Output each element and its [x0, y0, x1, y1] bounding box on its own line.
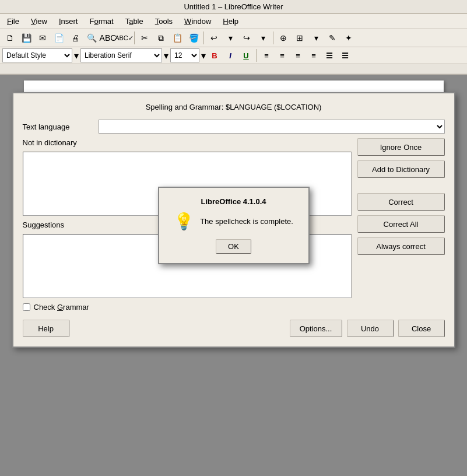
title-text: Untitled 1 – LibreOffice Writer [184, 2, 283, 11]
add-to-dictionary-button[interactable]: Add to Dictionary [357, 160, 445, 178]
menu-format[interactable]: Format [85, 15, 118, 27]
footer-right-buttons: Options... Undo Close [290, 320, 445, 337]
info-dialog: LibreOffice 4.1.0.4 💡 The spellcheck is … [158, 187, 310, 264]
size-dropdown-icon[interactable]: ▾ [201, 50, 206, 61]
info-dialog-message: The spellcheck is complete. [200, 217, 293, 226]
menu-help[interactable]: Help [218, 15, 243, 27]
undo-spell-button[interactable]: Undo [347, 320, 394, 337]
print-preview-button[interactable]: 🔍 [84, 30, 99, 46]
ruler [0, 64, 467, 75]
spell-grammar-dialog: Spelling and Grammar: $LANGUAGE ($LOCATI… [12, 92, 455, 348]
text-language-row: Text language [23, 120, 445, 134]
menu-bar: File View Insert Format Table Tools Wind… [0, 14, 467, 29]
paste-button[interactable]: 📋 [170, 30, 185, 46]
align-justify-button[interactable]: ≡ [307, 48, 321, 62]
numbering-button[interactable]: ☰ [338, 48, 352, 62]
autocorrect-button[interactable]: ABC✓ [117, 30, 132, 46]
svg-rect-0 [0, 64, 467, 75]
correct-button[interactable]: Correct [357, 193, 445, 211]
info-dialog-title: LibreOffice 4.1.0.4 [168, 197, 299, 206]
print-button[interactable]: 🖨 [68, 30, 83, 46]
close-spell-button[interactable]: Close [398, 320, 445, 337]
font-dropdown-icon[interactable]: ▾ [164, 50, 168, 61]
toolbar-separator-3 [273, 32, 273, 44]
menu-file[interactable]: File [2, 15, 24, 27]
text-language-select[interactable] [99, 120, 445, 134]
info-lightbulb-icon: 💡 [174, 212, 194, 231]
italic-button[interactable]: I [223, 48, 237, 62]
cut-button[interactable]: ✂ [137, 30, 152, 46]
format-bar: Default Style ▾ Liberation Serif ▾ 12 ▾ … [0, 47, 467, 64]
export-pdf-button[interactable]: 📄 [51, 30, 66, 46]
always-correct-button[interactable]: Always correct [357, 237, 445, 255]
spell-right-panel: Ignore Once Add to Dictionary Correct Co… [357, 138, 445, 298]
help-button[interactable]: Help [23, 320, 69, 337]
save-button[interactable]: 💾 [19, 30, 34, 46]
clone-button[interactable]: 🪣 [186, 30, 201, 46]
title-bar: Untitled 1 – LibreOffice Writer [0, 0, 467, 14]
options-button[interactable]: Options... [290, 320, 342, 337]
styles-button[interactable]: ✎ [325, 30, 340, 46]
spell-dialog-title: Spelling and Grammar: $LANGUAGE ($LOCATI… [23, 103, 445, 111]
info-ok-button[interactable]: OK [216, 239, 251, 254]
menu-insert[interactable]: Insert [54, 15, 83, 27]
format-sep-1 [256, 49, 257, 62]
align-right-button[interactable]: ≡ [291, 48, 305, 62]
align-left-button[interactable]: ≡ [259, 48, 273, 62]
paragraph-style-select[interactable]: Default Style [2, 48, 72, 62]
ignore-once-button[interactable]: Ignore Once [357, 138, 445, 156]
info-dialog-body: 💡 The spellcheck is complete. [168, 212, 299, 231]
correct-all-button[interactable]: Correct All [357, 215, 445, 233]
bold-button[interactable]: B [208, 48, 222, 62]
check-grammar-checkbox[interactable] [23, 303, 30, 311]
font-size-select[interactable]: 12 [170, 48, 199, 62]
bullets-button[interactable]: ☰ [322, 48, 336, 62]
table-button[interactable]: ⊞ [292, 30, 307, 46]
extensions-button[interactable]: ✦ [341, 30, 356, 46]
menu-window[interactable]: Window [180, 15, 216, 27]
check-grammar-row: Check Grammar [23, 303, 445, 312]
menu-table[interactable]: Table [121, 15, 148, 27]
spacer [357, 183, 445, 188]
redo-button[interactable]: ↪ [239, 30, 254, 46]
not-in-dict-label: Not in dictionary [23, 138, 352, 147]
redo-dropdown[interactable]: ▾ [255, 30, 271, 46]
text-language-label: Text language [23, 123, 93, 131]
main-toolbar: 🗋 💾 ✉ 📄 🖨 🔍 ABC ABC✓ ✂ ⧉ 📋 🪣 ↩ ▾ ↪ ▾ ⊕ ⊞… [0, 29, 467, 47]
email-button[interactable]: ✉ [35, 30, 50, 46]
new-button[interactable]: 🗋 [2, 30, 17, 46]
font-name-select[interactable]: Liberation Serif [80, 48, 162, 62]
menu-tools[interactable]: Tools [150, 15, 177, 27]
dialog-overlay: Spelling and Grammar: $LANGUAGE ($LOCATI… [0, 75, 467, 476]
menu-view[interactable]: View [26, 15, 52, 27]
toolbar-separator-1 [134, 32, 135, 44]
table-dropdown[interactable]: ▾ [308, 30, 324, 46]
toolbar-separator-2 [203, 32, 204, 44]
spellcheck-button[interactable]: ABC [100, 30, 115, 46]
copy-button[interactable]: ⧉ [153, 30, 168, 46]
navigator-button[interactable]: ⊕ [276, 30, 291, 46]
undo-button[interactable]: ↩ [206, 30, 222, 46]
check-grammar-label[interactable]: Check Grammar [34, 303, 89, 312]
align-center-button[interactable]: ≡ [275, 48, 289, 62]
spell-footer: Help Options... Undo Close [23, 320, 445, 337]
style-dropdown-icon[interactable]: ▾ [74, 50, 79, 61]
document-area: Spelling and Grammar: $LANGUAGE ($LOCATI… [0, 75, 467, 476]
underline-button[interactable]: U [239, 48, 253, 62]
undo-dropdown[interactable]: ▾ [223, 30, 238, 46]
